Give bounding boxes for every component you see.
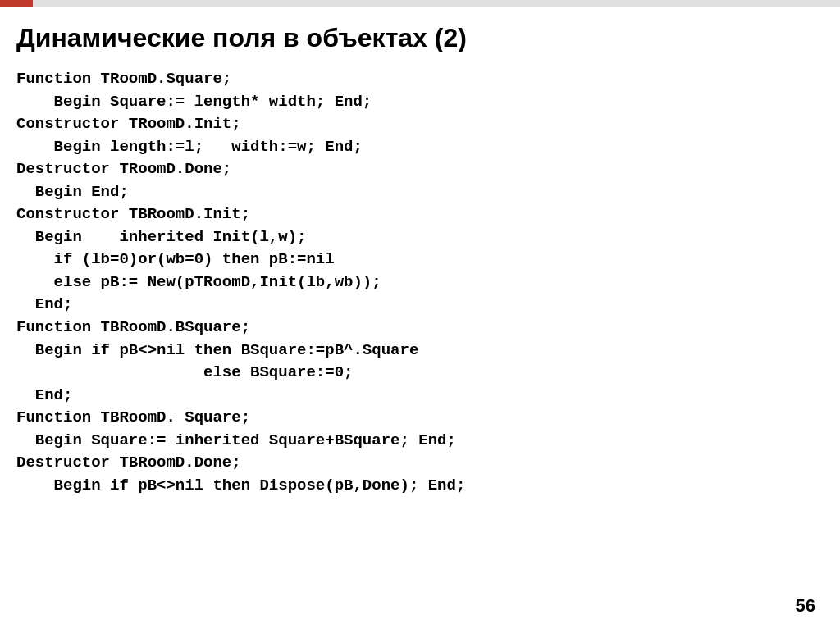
top-bar-main [33,0,840,7]
top-bar [0,0,840,7]
code-block: Function TRoomD.Square; Begin Square:= l… [16,68,815,497]
slide-container: Динамические поля в объектах (2) Functio… [0,7,840,629]
slide-title: Динамические поля в объектах (2) [16,23,815,53]
top-bar-accent [0,0,33,7]
slide-number: 56 [796,595,815,617]
